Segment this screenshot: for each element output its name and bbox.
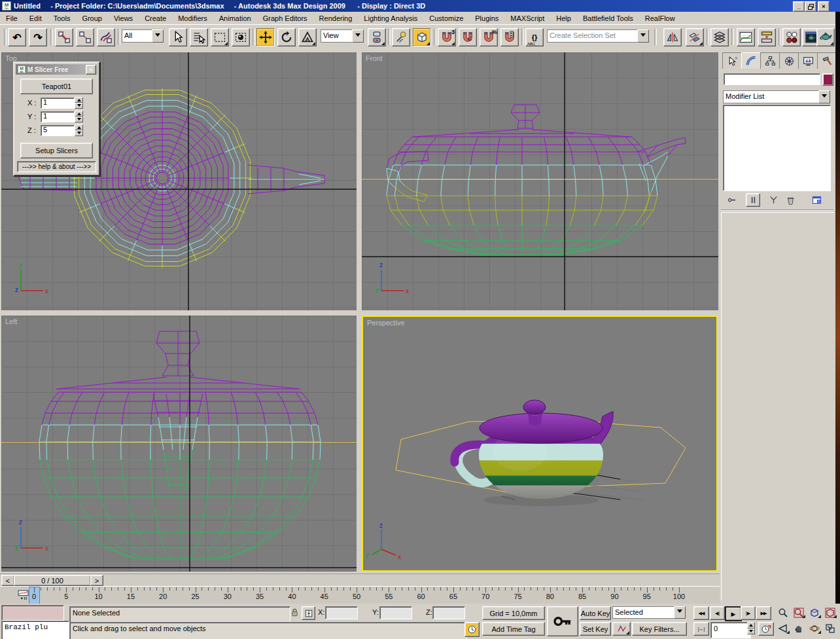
select-and-move-icon[interactable]: [256, 28, 275, 46]
menu-item[interactable]: File: [0, 13, 24, 24]
select-by-name-icon[interactable]: [190, 28, 208, 46]
modifier-list-dropdown[interactable]: Modifier List: [723, 90, 830, 103]
add-time-tag-button[interactable]: Add Time Tag: [482, 622, 545, 636]
set-keys-button[interactable]: [547, 606, 578, 636]
select-object-icon[interactable]: [169, 28, 187, 46]
rectangular-selection-region-icon[interactable]: [211, 28, 229, 46]
current-frame-field[interactable]: 0: [710, 622, 751, 638]
slicer-x-spinner[interactable]: [75, 97, 83, 109]
absolute-offset-mode-icon[interactable]: [302, 606, 315, 620]
selected-key-filter-dropdown[interactable]: Selected: [612, 606, 686, 619]
unlink-selection-icon[interactable]: [76, 28, 94, 46]
slicer-dialog[interactable]: M Slicer Free × Teapot01 X : 1 Y : 1 Z :…: [13, 62, 100, 176]
key-filters-button[interactable]: Key Filters...: [632, 622, 687, 636]
track-bar[interactable]: 0510152025303540455055606570758085909510…: [0, 586, 720, 604]
selection-filter-dropdown[interactable]: All: [122, 29, 164, 43]
snaps-toggle-icon[interactable]: [413, 28, 431, 46]
maximize-viewport-toggle-icon[interactable]: [823, 622, 837, 634]
slicer-setup-button[interactable]: Setup Slicers: [20, 143, 93, 158]
bind-to-space-warp-icon[interactable]: [97, 28, 115, 46]
zoom-all-icon[interactable]: [792, 606, 806, 619]
dropdown-arrow-icon[interactable]: [152, 29, 164, 43]
spinner-snap-toggle-icon[interactable]: [500, 28, 519, 46]
slicer-x-field[interactable]: 1: [41, 98, 75, 109]
slicer-y-field[interactable]: 1: [41, 111, 75, 122]
zoom-extents-icon[interactable]: [807, 606, 822, 619]
menu-item[interactable]: Animation: [213, 13, 257, 24]
viewport-front-label[interactable]: Front: [366, 54, 383, 62]
menu-item[interactable]: Views: [108, 13, 139, 24]
x-coord-field[interactable]: [325, 606, 358, 619]
zoom-extents-all-icon[interactable]: [823, 606, 837, 619]
slicer-close-icon[interactable]: ×: [86, 65, 96, 75]
tab-create[interactable]: [722, 52, 742, 69]
object-color-swatch[interactable]: [822, 73, 833, 86]
minimize-button[interactable]: _: [793, 1, 805, 12]
menu-item[interactable]: Lighting Analysis: [358, 13, 423, 24]
y-coord-field[interactable]: [379, 606, 412, 619]
slicer-z-field[interactable]: 5: [41, 125, 75, 136]
select-and-manipulate-icon[interactable]: [392, 28, 410, 46]
zoom-icon[interactable]: [776, 606, 790, 619]
dropdown-arrow-icon[interactable]: [674, 606, 686, 619]
named-selection-sets-icon[interactable]: {}ABC: [525, 28, 544, 46]
mirror-icon[interactable]: [663, 28, 682, 46]
modifier-stack-list[interactable]: [723, 105, 831, 191]
select-and-link-icon[interactable]: [55, 28, 73, 46]
tab-motion[interactable]: [779, 52, 799, 69]
percent-snap-toggle-icon[interactable]: %: [480, 28, 498, 46]
menu-item[interactable]: Tools: [48, 13, 77, 24]
maxscript-listener-line[interactable]: [1, 605, 64, 621]
next-frame-icon[interactable]: |▶: [741, 606, 756, 620]
tab-modify[interactable]: [741, 52, 761, 69]
snap-toggle-3d-icon[interactable]: 3: [438, 28, 456, 46]
make-unique-icon[interactable]: [767, 194, 780, 206]
go-to-start-icon[interactable]: ◀◀: [693, 606, 709, 620]
redo-icon[interactable]: ↷: [29, 28, 47, 46]
time-slider-handle[interactable]: 0 / 100: [14, 575, 91, 586]
material-editor-icon[interactable]: [782, 28, 801, 46]
tab-display[interactable]: [798, 52, 818, 69]
viewport-perspective[interactable]: Perspective zxy: [362, 316, 718, 572]
menu-item[interactable]: RealFlow: [639, 13, 681, 24]
dropdown-arrow-icon[interactable]: [352, 29, 364, 43]
menu-item[interactable]: Rendering: [313, 13, 359, 24]
named-selection-set-input[interactable]: Create Selection Set: [547, 29, 649, 43]
viewport-left-label[interactable]: Left: [5, 318, 17, 325]
previous-frame-arrow[interactable]: <: [1, 575, 14, 586]
angle-snap-toggle-icon[interactable]: [459, 28, 477, 46]
default-in-out-tangent-icon[interactable]: [612, 622, 631, 636]
menu-item[interactable]: Edit: [24, 13, 48, 24]
key-mode-toggle-icon[interactable]: |↔|: [693, 622, 709, 636]
slicer-z-spinner[interactable]: [75, 124, 83, 136]
configure-modifier-sets-icon[interactable]: [810, 194, 823, 206]
go-to-end-icon[interactable]: ▶▶: [756, 606, 771, 620]
remove-modifier-icon[interactable]: [784, 194, 797, 206]
maxscript-listener-input[interactable]: Brazil plu: [1, 621, 69, 639]
schematic-view-icon[interactable]: [758, 28, 776, 46]
dropdown-arrow-icon[interactable]: [637, 29, 649, 43]
field-of-view-icon[interactable]: [776, 622, 790, 634]
select-and-scale-icon[interactable]: [298, 28, 317, 46]
play-animation-icon[interactable]: ▶: [725, 606, 742, 621]
viewport-front[interactable]: Front zxy: [362, 52, 718, 310]
tab-hierarchy[interactable]: [760, 52, 780, 69]
z-coord-field[interactable]: [432, 606, 465, 619]
menu-item[interactable]: Customize: [423, 13, 469, 24]
menu-item[interactable]: Create: [139, 13, 172, 24]
menu-item[interactable]: Plugins: [469, 13, 504, 24]
time-configuration-icon[interactable]: [758, 622, 774, 636]
close-button[interactable]: ×: [818, 1, 830, 12]
object-name-field[interactable]: [724, 73, 820, 85]
frame-spinner[interactable]: [747, 622, 755, 634]
show-end-result-icon[interactable]: [746, 193, 760, 207]
menu-item[interactable]: Battlefield Tools: [577, 13, 639, 24]
menu-item[interactable]: MAXScript: [504, 13, 550, 24]
dropdown-arrow-icon[interactable]: [818, 90, 830, 103]
menu-item[interactable]: Group: [76, 13, 108, 24]
pan-view-icon[interactable]: [792, 622, 806, 634]
reference-coordinate-system-dropdown[interactable]: View: [321, 29, 364, 43]
pin-stack-icon[interactable]: [725, 194, 738, 206]
window-crossing-toggle-icon[interactable]: [232, 28, 250, 46]
layer-manager-icon[interactable]: [710, 28, 729, 46]
